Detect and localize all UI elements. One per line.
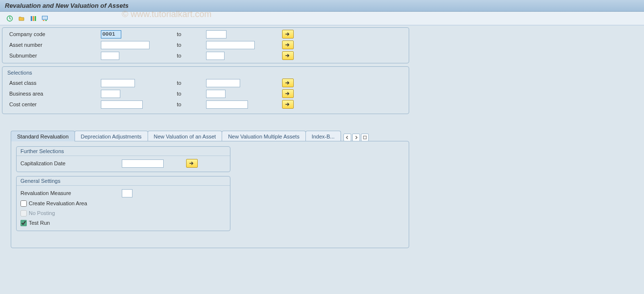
arrow-right-icon [285,80,291,85]
title-bar: Revaluation and New Valuation of Assets [0,0,644,12]
application-toolbar: © www.tutorialkart.com [0,12,644,25]
checkbox-label: Create Revaluation Area [29,200,87,206]
clock-execute-icon [6,15,13,22]
tab-standard-revaluation[interactable]: Standard Revaluation [11,131,75,141]
top-selection-group: Company code to Asset number to Subnumbe… [2,27,409,63]
svg-rect-5 [43,20,44,21]
arrow-right-icon [285,42,291,47]
row-asset-number: Asset number to [5,39,406,50]
multiple-selection-asset-number[interactable] [282,40,294,49]
asset-number-to-input[interactable] [206,41,255,49]
tab-panel-standard-revaluation: Further Selections Capitalization Date G… [11,141,409,248]
row-subnumber: Subnumber to [5,50,406,61]
tab-new-valuation-asset[interactable]: New Valuation of an Asset [148,131,223,141]
chevron-left-icon [345,136,349,139]
multiple-selection-cost-center[interactable] [282,100,294,109]
multiple-selection-business-area[interactable] [282,89,294,98]
arrow-right-icon [285,53,291,58]
business-area-to-input[interactable] [206,90,226,98]
checkbox-label: No Posting [29,210,55,216]
subnumber-to-input[interactable] [206,52,225,60]
checkbox-label: Test Run [29,220,50,226]
to-label: to [173,53,206,59]
label-asset-number: Asset number [9,42,101,48]
tab-nav [343,134,369,141]
row-company-code: Company code to [5,29,406,39]
row-business-area: Business area to [5,88,406,99]
svg-rect-3 [35,16,36,21]
cost-center-from-input[interactable] [101,100,143,109]
asset-class-from-input[interactable] [101,79,135,87]
tab-index-b[interactable]: Index-B... [305,131,341,141]
tab-new-valuation-multiple[interactable]: New Valuation Multiple Assets [222,131,306,141]
multiple-selection-company-code[interactable] [282,30,294,39]
execute-button[interactable] [5,14,15,23]
tab-label: Standard Revaluation [17,134,69,139]
no-posting-checkbox [20,210,27,216]
tab-scroll-right-button[interactable] [352,134,360,141]
tab-list-button[interactable] [361,134,369,141]
company-code-from-input[interactable] [101,30,121,39]
label-asset-class: Asset class [9,80,101,86]
folder-variant-icon [18,15,25,22]
further-selections-title: Further Selections [17,147,230,156]
svg-rect-1 [31,16,32,21]
arrow-right-icon [285,91,291,96]
selections-group: Selections Asset class to Business area … [2,66,409,114]
arrow-right-icon [189,161,195,166]
label-revaluation-measure: Revaluation Measure [20,190,122,196]
chevron-right-icon [354,136,358,139]
label-company-code: Company code [9,31,101,37]
svg-rect-7 [363,136,366,139]
tab-list-icon [363,136,367,139]
create-revaluation-area-checkbox[interactable] [20,200,27,207]
multiple-selection-subnumber[interactable] [282,51,294,60]
row-capitalization-date: Capitalization Date [20,158,226,169]
row-revaluation-measure: Revaluation Measure [20,188,226,198]
multiple-selection-cap-date[interactable] [186,159,198,168]
revaluation-measure-input[interactable] [122,189,133,197]
to-label: to [173,101,206,107]
test-run-checkbox[interactable] [20,220,27,226]
label-subnumber: Subnumber [9,53,101,59]
svg-rect-4 [42,16,48,20]
tab-depreciation-adjustments[interactable]: Depreciation Adjustments [75,131,148,141]
to-label: to [173,31,206,37]
selections-title: Selections [5,69,406,78]
selection-options-button[interactable] [28,14,38,23]
subnumber-from-input[interactable] [101,52,119,60]
tab-scroll-left-button[interactable] [343,134,351,141]
multiple-selection-asset-class[interactable] [282,78,294,87]
capitalization-date-input[interactable] [122,159,164,168]
further-selections-group: Further Selections Capitalization Date [16,146,230,172]
cost-center-to-input[interactable] [206,100,248,109]
tab-label: Depreciation Adjustments [81,134,142,139]
general-settings-title: General Settings [17,176,230,186]
checkbox-test-run[interactable]: Test Run [20,218,226,228]
dynamic-selections-button[interactable] [40,14,50,23]
checkbox-create-revaluation-area[interactable]: Create Revaluation Area [20,198,226,208]
tab-label: Index-B... [312,134,335,139]
row-cost-center: Cost center to [5,99,406,110]
selection-options-icon [30,15,37,22]
tab-label: New Valuation Multiple Assets [228,134,300,139]
label-capitalization-date: Capitalization Date [20,160,122,166]
label-cost-center: Cost center [9,101,101,107]
get-variant-button[interactable] [17,14,26,23]
to-label: to [173,91,206,97]
page-title: Revaluation and New Valuation of Assets [5,2,129,9]
company-code-to-input[interactable] [206,30,227,39]
label-business-area: Business area [9,91,101,97]
arrow-right-icon [285,102,291,107]
tabstrip: Standard Revaluation Depreciation Adjust… [2,131,642,248]
asset-number-from-input[interactable] [101,41,150,49]
svg-rect-2 [33,16,34,21]
content-area: Company code to Asset number to Subnumbe… [0,25,644,250]
dynamic-selections-icon [41,15,48,22]
to-label: to [173,80,206,86]
svg-rect-6 [45,20,47,21]
business-area-from-input[interactable] [101,90,120,98]
row-asset-class: Asset class to [5,78,406,88]
asset-class-to-input[interactable] [206,79,240,87]
to-label: to [173,42,206,48]
